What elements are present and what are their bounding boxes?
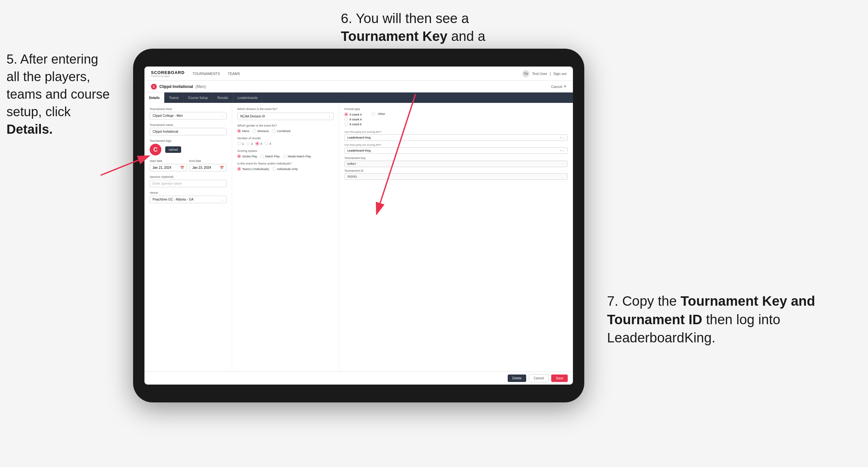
radio-combined [272, 129, 276, 133]
start-date-label: Start date [150, 159, 187, 163]
start-date-input[interactable]: Jan 21, 2024 📅 [150, 164, 187, 172]
middle-column: Which division is the event for? NCAA Di… [232, 103, 339, 372]
radio-6count4 [344, 118, 348, 121]
calendar-icon: 📅 [180, 166, 184, 169]
gender-combined[interactable]: Combined [272, 129, 290, 133]
tournament-host-group: Tournament Host Clippd College - Men ⌄ [150, 107, 226, 119]
nav-teams[interactable]: TEAMS [228, 72, 240, 75]
end-date-input[interactable]: Jan 23, 2024 📅 [190, 164, 227, 172]
logo-preview: C Upload [150, 144, 226, 155]
format-options-group: Format type 5 count 4 6 count 4 [344, 107, 568, 127]
tournament-id-section: Tournament ID 302051 [344, 169, 568, 180]
tab-results[interactable]: Results [213, 93, 233, 103]
teams-label: Is this event for Teams and/or Individua… [237, 162, 334, 165]
api2-section: Use third-party live scoring API? Leader… [344, 144, 568, 154]
api2-clear-icon[interactable]: × ⌄ [560, 149, 565, 152]
scoring-stroke[interactable]: Stroke Play [237, 154, 257, 158]
close-icon: ✕ [563, 84, 566, 89]
right-column: Format type 5 count 4 6 count 4 [339, 103, 573, 372]
round-4[interactable]: 4 [265, 142, 271, 145]
tournament-name-label: Tournament name [150, 123, 226, 127]
format-5count4[interactable]: 5 count 4 [344, 113, 362, 116]
left-column: Tournament Host Clippd College - Men ⌄ T… [145, 103, 232, 372]
round-1[interactable]: 1 [237, 142, 244, 145]
venue-select[interactable]: Peachtree GC - Atlanta - GA ⌄ [150, 196, 226, 203]
sub-header: C Clippd Invitational (Men) Cancel ✕ [145, 81, 573, 93]
logo-sub: Powered by clippd [151, 75, 185, 77]
nav-tournaments[interactable]: TOURNAMENTS [192, 72, 220, 75]
nav-signout[interactable]: Sign out [554, 72, 566, 75]
teams-plus-individuals[interactable]: Teams (+Individuals) [237, 167, 269, 171]
scoring-match[interactable]: Match Play [260, 154, 280, 158]
gender-womens[interactable]: Womens [252, 129, 269, 133]
annotation-bottom-right: 7. Copy the Tournament Key and Tournamen… [607, 292, 828, 347]
delete-button[interactable]: Delete [508, 374, 526, 382]
tab-leaderboards[interactable]: Leaderboards [233, 93, 262, 103]
tournament-logo-label: Tournament logo [150, 139, 226, 143]
radio-5count4-checked [344, 113, 348, 116]
gender-label: Which gender is the event for? [237, 124, 334, 127]
event-icon: C [151, 84, 157, 90]
division-select[interactable]: NCAA Division III ⌄ [237, 113, 334, 120]
api2-label: Use third-party live scoring API? [344, 144, 568, 146]
teams-individuals-only[interactable]: Individuals Only [272, 167, 298, 171]
radio-other [371, 112, 375, 116]
top-nav: SCOREBOARD Powered by clippd TOURNAMENTS… [145, 66, 573, 81]
gender-radio-group: Mens Womens Combined [237, 129, 334, 133]
api2-select[interactable]: Leaderboard King × ⌄ [344, 147, 568, 154]
rounds-radio-group: 1 2 3 4 [237, 142, 334, 145]
cancel-action-button[interactable]: Cancel [529, 374, 549, 382]
radio-stroke-checked [237, 154, 241, 158]
tab-course-setup[interactable]: Course Setup [183, 93, 213, 103]
rounds-label: Number of rounds [237, 136, 334, 140]
format-6count4[interactable]: 6 count 4 [344, 118, 362, 121]
chevron-down-icon: ⌄ [221, 114, 224, 118]
cancel-button[interactable]: Cancel ✕ [551, 84, 566, 89]
scoring-label: Scoring system [237, 149, 334, 153]
rounds-group: Number of rounds 1 2 3 [237, 136, 334, 145]
tournament-name-input[interactable]: Clippd Invitational [150, 128, 226, 135]
scoring-medal[interactable]: Medal Match Play [283, 154, 311, 158]
venue-label: Venue [150, 191, 226, 194]
tab-details[interactable]: Details [145, 93, 164, 103]
radio-womens [252, 129, 256, 133]
format-label: Format type [344, 107, 362, 111]
tournament-name-group: Tournament name Clippd Invitational [150, 123, 226, 135]
api1-select[interactable]: Leaderboard King × ⌄ [344, 134, 568, 141]
tournament-host-select[interactable]: Clippd College - Men ⌄ [150, 112, 226, 119]
radio-6count5 [344, 122, 348, 126]
teams-group: Is this event for Teams and/or Individua… [237, 162, 334, 171]
logo-area: SCOREBOARD Powered by clippd [151, 70, 185, 77]
gender-mens[interactable]: Mens [237, 129, 249, 133]
other-option[interactable]: Other [371, 112, 385, 116]
radio-teams-checked [237, 167, 241, 171]
division-group: Which division is the event for? NCAA Di… [237, 107, 334, 120]
date-row: Start date Jan 21, 2024 📅 End date Jan 2… [150, 159, 226, 172]
radio-mens-checked [237, 129, 241, 133]
annotation-left: 5. After entering all the players, teams… [6, 50, 114, 138]
format-6count5[interactable]: 6 count 5 [344, 122, 362, 126]
radio-round-4 [265, 142, 268, 145]
round-2[interactable]: 2 [246, 142, 253, 145]
save-button[interactable]: Save [551, 374, 568, 382]
division-label: Which division is the event for? [237, 107, 334, 111]
sponsor-group: Sponsor (optional) Enter sponsor name [150, 175, 226, 187]
api1-label: Use third-party live scoring API? [344, 130, 568, 133]
upload-button[interactable]: Upload [165, 146, 181, 153]
date-group: Start date Jan 21, 2024 📅 End date Jan 2… [150, 159, 226, 172]
api1-section: Use third-party live scoring API? Leader… [344, 130, 568, 141]
sponsor-input[interactable]: Enter sponsor name [150, 180, 226, 187]
chevron-down-icon-venue: ⌄ [221, 198, 224, 201]
tab-teams[interactable]: Teams [164, 93, 183, 103]
radio-round-1 [237, 142, 241, 145]
chevron-down-icon-div: ⌄ [328, 115, 331, 118]
api1-clear-icon[interactable]: × ⌄ [560, 136, 565, 139]
calendar-icon-end: 📅 [220, 166, 224, 169]
end-date-group: End date Jan 23, 2024 📅 [190, 159, 227, 172]
action-bar: Delete Cancel Save [145, 372, 573, 384]
logo-title: SCOREBOARD [151, 70, 185, 75]
radio-medal [283, 154, 287, 158]
scoring-group: Scoring system Stroke Play Match Play [237, 149, 334, 158]
round-3[interactable]: 3 [255, 142, 262, 145]
tournament-key-label: Tournament Key [344, 156, 568, 160]
